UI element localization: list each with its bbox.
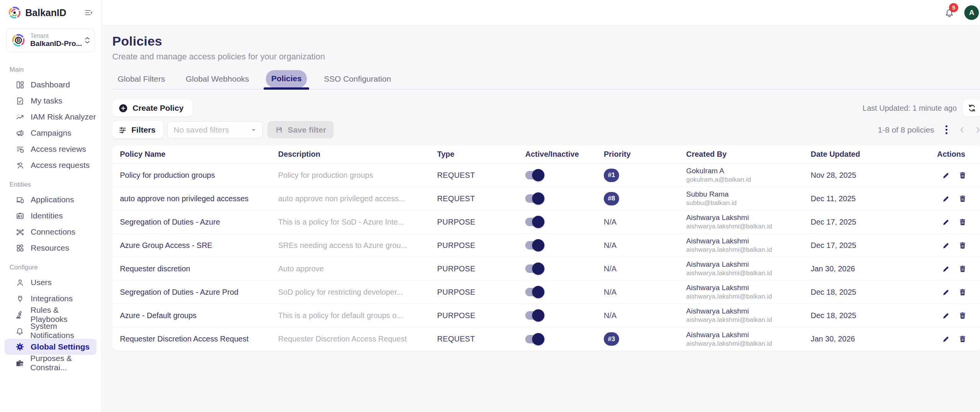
- sidebar-item-iam-risk-analyzer[interactable]: IAM Risk Analyzer: [5, 109, 97, 125]
- priority-na: N/A: [604, 218, 616, 226]
- sidebar-item-dashboard[interactable]: Dashboard: [5, 77, 97, 93]
- previous-page-icon[interactable]: [959, 126, 965, 134]
- sidebar-item-global-settings[interactable]: Global Settings: [5, 339, 97, 355]
- col-description: Description: [278, 150, 437, 159]
- creator-email: aishwarya.lakshmi@balkan.id: [686, 316, 811, 324]
- user-avatar[interactable]: A: [964, 5, 979, 20]
- main-column: 5 A Policies Create and manage access po…: [102, 0, 980, 412]
- creator-email: aishwarya.lakshmi@balkan.id: [686, 293, 811, 300]
- delete-trash-icon[interactable]: [959, 265, 967, 273]
- edit-pencil-icon[interactable]: [942, 218, 950, 226]
- active-toggle[interactable]: [525, 311, 543, 320]
- gavel-icon: [15, 310, 24, 319]
- sidebar-item-access-reviews[interactable]: Access reviews: [5, 141, 97, 157]
- next-page-icon[interactable]: [975, 126, 980, 134]
- edit-pencil-icon[interactable]: [942, 171, 950, 179]
- delete-trash-icon[interactable]: [959, 218, 967, 226]
- edit-pencil-icon[interactable]: [942, 335, 950, 343]
- priority-badge: #1: [604, 169, 619, 182]
- sidebar-item-purposes-constraints[interactable]: Purposes & Constrai...: [5, 355, 97, 371]
- active-toggle[interactable]: [525, 335, 543, 343]
- delete-trash-icon[interactable]: [959, 171, 967, 179]
- policy-type: PURPOSE: [437, 288, 525, 297]
- nav-section-entities: Entities: [10, 181, 101, 189]
- dashboard-icon: [15, 80, 25, 89]
- delete-trash-icon[interactable]: [959, 335, 967, 343]
- refresh-button[interactable]: [963, 100, 980, 117]
- kebab-menu-icon[interactable]: [944, 124, 949, 136]
- active-toggle[interactable]: [525, 264, 543, 273]
- policy-description: SREs needing access to Azure grou...: [278, 241, 437, 250]
- tenant-chevron-updown-icon[interactable]: [85, 37, 90, 44]
- table-row: Azure - Default groups This is a policy …: [112, 304, 980, 327]
- creator-name: Aishwarya Lakshmi: [686, 284, 811, 292]
- active-toggle[interactable]: [525, 288, 543, 296]
- plus-circle-icon: [118, 103, 128, 113]
- edit-pencil-icon[interactable]: [942, 241, 950, 249]
- edit-pencil-icon[interactable]: [942, 288, 950, 296]
- active-toggle[interactable]: [525, 194, 543, 203]
- active-toggle[interactable]: [525, 218, 543, 226]
- delete-trash-icon[interactable]: [959, 241, 967, 249]
- sidebar-item-resources[interactable]: Resources: [5, 240, 97, 256]
- creator-email: gokulram.a@balkan.id: [686, 176, 811, 184]
- sidebar-item-access-requests[interactable]: Access requests: [5, 157, 97, 173]
- delete-trash-icon[interactable]: [959, 288, 967, 296]
- briefcase-clock-icon: [15, 358, 24, 368]
- policy-description: This is a policy for default groups o...: [278, 311, 437, 320]
- policy-name[interactable]: Azure - Default groups: [120, 311, 278, 320]
- sidebar-item-campaigns[interactable]: Campaigns: [5, 125, 97, 141]
- policy-name[interactable]: Azure Group Access - SRE: [120, 241, 278, 250]
- creator-name: Subbu Rama: [686, 190, 811, 199]
- filters-button[interactable]: Filters: [112, 121, 163, 138]
- delete-trash-icon[interactable]: [959, 312, 967, 320]
- tenant-selector[interactable]: B Tenant BalkanID-Pro...: [6, 28, 95, 52]
- policy-name[interactable]: auto approve non privileged accesses: [120, 194, 278, 203]
- tab-global-webhooks[interactable]: Global Webhooks: [182, 71, 253, 89]
- sidebar-item-applications[interactable]: Applications: [5, 192, 97, 208]
- col-active-inactive: Active/Inactive: [525, 150, 604, 159]
- sidebar: BalkanID B Tenant BalkanID-Pro...: [0, 0, 102, 412]
- edit-pencil-icon[interactable]: [942, 195, 950, 203]
- creator-name: Aishwarya Lakshmi: [686, 237, 811, 245]
- policy-name[interactable]: Policy for production groups: [120, 171, 278, 180]
- tab-policies[interactable]: Policies: [266, 70, 307, 88]
- active-toggle[interactable]: [525, 171, 543, 179]
- nav-section-main: Main: [10, 66, 101, 74]
- notifications-bell-icon[interactable]: 5: [943, 6, 956, 19]
- edit-pencil-icon[interactable]: [942, 312, 950, 320]
- table-row: Policy for production groups Policy for …: [112, 164, 980, 187]
- sidebar-item-my-tasks[interactable]: My tasks: [5, 93, 97, 109]
- edit-pencil-icon[interactable]: [942, 265, 950, 273]
- sidebar-item-rules-playbooks[interactable]: Rules & Playbooks: [5, 307, 97, 323]
- sidebar-item-connections[interactable]: Connections: [5, 224, 97, 240]
- table-row: Requester Discretion Access Request Requ…: [112, 327, 980, 351]
- notification-count-badge: 5: [949, 3, 958, 12]
- policy-name[interactable]: Requester Discretion Access Request: [120, 335, 278, 343]
- page-subtitle: Create and manage access policies for yo…: [112, 52, 980, 62]
- active-toggle[interactable]: [525, 241, 543, 249]
- table-row: Segregation of Duties - Azure Prod SoD p…: [112, 281, 980, 304]
- sidebar-item-identities[interactable]: Identities: [5, 208, 97, 224]
- creator-email: aishwarya.lakshmi@balkan.id: [686, 223, 811, 230]
- sidebar-item-system-notifications[interactable]: System Notifications: [5, 323, 97, 339]
- priority-na: N/A: [604, 311, 616, 320]
- sidebar-item-users[interactable]: Users: [5, 274, 97, 291]
- policy-name[interactable]: Segregation of Duties - Azure: [120, 218, 278, 227]
- tab-sso-configuration[interactable]: SSO Configuration: [320, 71, 395, 89]
- brand-name: BalkanID: [25, 7, 83, 18]
- filter-sliders-icon: [118, 126, 127, 134]
- sidebar-item-integrations[interactable]: Integrations: [5, 291, 97, 307]
- policy-name[interactable]: Segregation of Duties - Azure Prod: [120, 288, 278, 297]
- policy-description: Policy for production groups: [278, 171, 437, 180]
- sidebar-collapse-icon[interactable]: [83, 7, 94, 18]
- save-filter-button[interactable]: Save filter: [267, 121, 334, 138]
- policy-type: REQUEST: [437, 194, 525, 203]
- policy-name[interactable]: Requester discretion: [120, 264, 278, 273]
- tab-global-filters[interactable]: Global Filters: [114, 71, 169, 89]
- delete-trash-icon[interactable]: [959, 195, 967, 203]
- create-policy-button[interactable]: Create Policy: [112, 100, 193, 117]
- creator-email: aishwarya.lakshmi@balkan.id: [686, 340, 811, 348]
- saved-filters-select[interactable]: No saved filters: [167, 121, 263, 138]
- policy-description: auto approve non privileged access...: [278, 194, 437, 203]
